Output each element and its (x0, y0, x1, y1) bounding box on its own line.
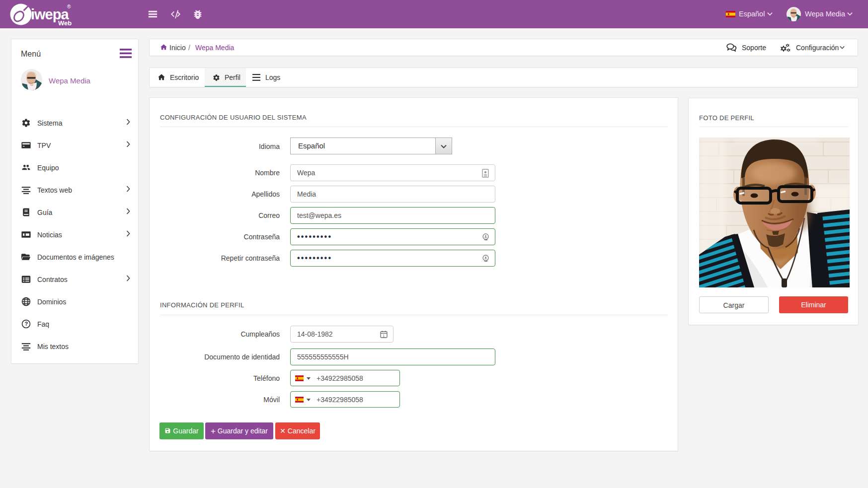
svg-text:?: ? (24, 321, 28, 327)
svg-text:®: ® (67, 4, 71, 9)
svg-text:1: 1 (383, 334, 385, 338)
svg-text:Web: Web (58, 19, 72, 26)
